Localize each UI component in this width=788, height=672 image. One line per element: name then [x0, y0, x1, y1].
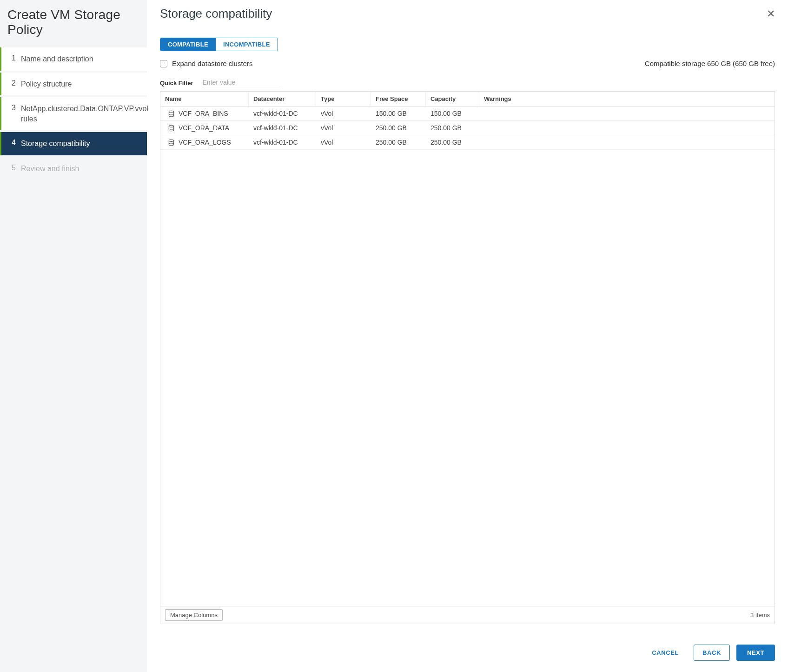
cell-type: vVol	[316, 106, 371, 120]
col-header-warnings[interactable]: Warnings	[479, 92, 775, 106]
cell-datacenter: vcf-wkld-01-DC	[249, 135, 316, 149]
step-number: 3	[12, 104, 21, 112]
wizard-steps: 1 Name and description 2 Policy structur…	[0, 47, 147, 182]
expand-clusters-checkbox[interactable]	[160, 60, 167, 67]
datastore-icon	[168, 110, 175, 117]
compatibility-tabs: COMPATIBLE INCOMPATIBLE	[160, 38, 278, 51]
cell-capacity: 250.00 GB	[426, 135, 479, 149]
cell-type: vVol	[316, 121, 371, 135]
tab-incompatible[interactable]: INCOMPATIBLE	[216, 38, 278, 51]
cell-name: VCF_ORA_LOGS	[179, 139, 231, 146]
wizard-sidebar: Create VM Storage Policy 1 Name and desc…	[0, 0, 147, 672]
tab-compatible[interactable]: COMPATIBLE	[160, 38, 216, 51]
col-header-free-space[interactable]: Free Space	[371, 92, 426, 106]
col-header-name[interactable]: Name	[160, 92, 249, 106]
step-label: Storage compatibility	[21, 139, 139, 149]
cell-warnings	[479, 125, 775, 131]
col-header-datacenter[interactable]: Datacenter	[249, 92, 316, 106]
svg-point-0	[169, 111, 173, 113]
step-label: Review and finish	[21, 164, 139, 174]
table-body: VCF_ORA_BINS vcf-wkld-01-DC vVol 150.00 …	[160, 106, 775, 606]
cell-capacity: 250.00 GB	[426, 121, 479, 135]
step-number: 4	[12, 139, 21, 147]
table-row[interactable]: VCF_ORA_LOGS vcf-wkld-01-DC vVol 250.00 …	[160, 135, 775, 150]
compatible-storage-summary: Compatible storage 650 GB (650 GB free)	[645, 60, 775, 67]
datastore-icon	[168, 139, 175, 146]
step-number: 2	[12, 79, 21, 87]
cell-type: vVol	[316, 135, 371, 149]
cell-free-space: 250.00 GB	[371, 121, 426, 135]
cell-warnings	[479, 139, 775, 146]
quick-filter-input[interactable]	[202, 77, 281, 89]
page-title: Storage compatibility	[160, 7, 272, 21]
step-policy-structure[interactable]: 2 Policy structure	[0, 73, 147, 96]
datastore-icon	[168, 125, 175, 132]
table-row[interactable]: VCF_ORA_BINS vcf-wkld-01-DC vVol 150.00 …	[160, 106, 775, 121]
expand-clusters-label: Expand datastore clusters	[172, 60, 252, 67]
cell-datacenter: vcf-wkld-01-DC	[249, 121, 316, 135]
table-footer: Manage Columns 3 items	[160, 606, 775, 624]
cell-name: VCF_ORA_BINS	[179, 110, 228, 117]
step-label: Policy structure	[21, 79, 139, 89]
col-header-capacity[interactable]: Capacity	[426, 92, 479, 106]
cell-datacenter: vcf-wkld-01-DC	[249, 106, 316, 120]
cell-free-space: 150.00 GB	[371, 106, 426, 120]
cell-warnings	[479, 110, 775, 117]
step-number: 1	[12, 54, 21, 62]
cell-capacity: 150.00 GB	[426, 106, 479, 120]
items-count: 3 items	[750, 612, 770, 619]
next-button[interactable]: NEXT	[736, 645, 775, 661]
step-review-and-finish: 5 Review and finish	[0, 157, 147, 180]
svg-point-2	[169, 140, 173, 141]
svg-point-1	[169, 125, 173, 127]
close-icon[interactable]: ✕	[767, 9, 775, 19]
cell-name: VCF_ORA_DATA	[179, 124, 229, 132]
cell-free-space: 250.00 GB	[371, 135, 426, 149]
manage-columns-button[interactable]: Manage Columns	[165, 609, 223, 621]
cancel-button[interactable]: CANCEL	[643, 645, 687, 660]
step-vvol-rules[interactable]: 3 NetApp.clustered.Data.ONTAP.VP.vvol ru…	[0, 97, 147, 130]
table-row[interactable]: VCF_ORA_DATA vcf-wkld-01-DC vVol 250.00 …	[160, 121, 775, 135]
sidebar-title: Create VM Storage Policy	[0, 5, 147, 47]
step-number: 5	[12, 164, 21, 172]
col-header-type[interactable]: Type	[316, 92, 371, 106]
datastore-table: Name Datacenter Type Free Space Capacity…	[160, 91, 775, 624]
main-panel: Storage compatibility ✕ COMPATIBLE INCOM…	[147, 0, 788, 672]
table-header: Name Datacenter Type Free Space Capacity…	[160, 92, 775, 106]
quick-filter-label: Quick Filter	[160, 80, 193, 86]
step-storage-compatibility[interactable]: 4 Storage compatibility	[0, 132, 147, 155]
back-button[interactable]: BACK	[694, 645, 730, 661]
wizard-footer: CANCEL BACK NEXT	[160, 624, 775, 661]
step-label: NetApp.clustered.Data.ONTAP.VP.vvol rule…	[21, 104, 148, 124]
step-label: Name and description	[21, 54, 139, 64]
step-name-and-description[interactable]: 1 Name and description	[0, 47, 147, 71]
